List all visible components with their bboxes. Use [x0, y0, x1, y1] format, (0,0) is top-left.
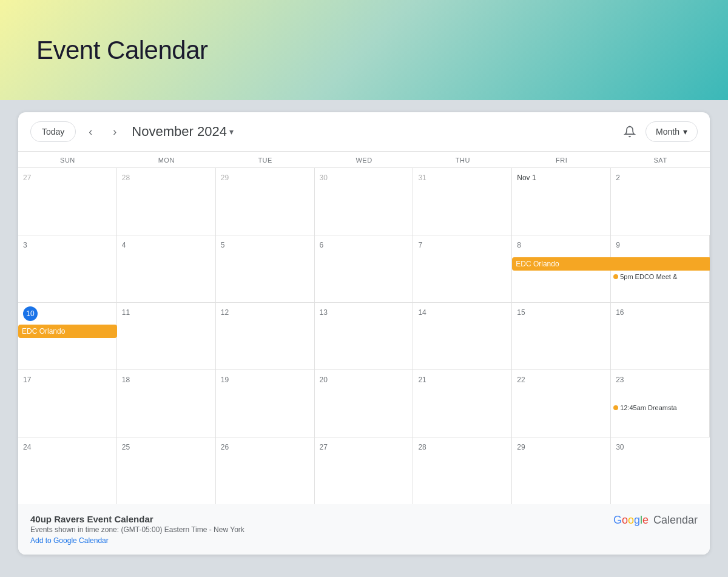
- day-16-nov[interactable]: 16: [611, 303, 710, 369]
- toolbar: Today ‹ › November 2024 ▾ Month ▾: [18, 112, 710, 152]
- day-number: 13: [320, 308, 328, 318]
- day-number: 23: [616, 375, 624, 385]
- month-view-button[interactable]: Month ▾: [645, 121, 698, 142]
- day-4-nov[interactable]: 4: [117, 235, 216, 302]
- day-3-nov[interactable]: 3: [18, 235, 117, 302]
- event-dot-dreamstate: [613, 405, 618, 410]
- day-19-nov[interactable]: 19: [216, 370, 315, 437]
- notification-button[interactable]: [619, 121, 641, 143]
- day-number: 15: [517, 308, 525, 318]
- day-22-nov[interactable]: 22: [512, 370, 611, 437]
- day-11-nov[interactable]: 11: [117, 303, 216, 369]
- day-21-nov[interactable]: 21: [413, 370, 512, 437]
- banner-title: Event Calendar: [36, 36, 208, 65]
- day-28-oct[interactable]: 28: [117, 168, 216, 235]
- day-number: Nov 1: [517, 173, 536, 183]
- day-number: 11: [122, 308, 130, 318]
- day-number: 16: [616, 308, 624, 318]
- day-number: 12: [221, 308, 229, 318]
- day-number: 26: [221, 442, 229, 453]
- day-number: 30: [320, 173, 328, 183]
- day-number: 3: [23, 240, 27, 251]
- day-number: 19: [221, 375, 229, 385]
- day-header-sun: SUN: [18, 152, 117, 167]
- dreamstate-event[interactable]: 12:45am Dreamsta: [613, 404, 707, 411]
- day-header-wed: WED: [315, 152, 414, 167]
- day-number: 5: [221, 240, 225, 251]
- banner: Event Calendar: [0, 0, 728, 100]
- chevron-down-icon: ▾: [229, 127, 234, 137]
- day-27-oct[interactable]: 27: [18, 168, 117, 235]
- day-number: 17: [23, 375, 31, 385]
- day-18-nov[interactable]: 18: [117, 370, 216, 437]
- day-header-tue: TUE: [216, 152, 315, 167]
- day-headers: SUN MON TUE WED THU FRI SAT: [18, 152, 710, 168]
- prev-button[interactable]: ‹: [81, 122, 100, 141]
- day-27-nov[interactable]: 27: [315, 437, 414, 504]
- footer-info: 40up Ravers Event Calendar Events shown …: [30, 514, 244, 545]
- week-row-5: 24 25 26 27 28 29 30: [18, 437, 710, 504]
- calendar-name: 40up Ravers Event Calendar: [30, 514, 244, 524]
- day-number: 9: [616, 240, 620, 251]
- day-30-nov[interactable]: 30: [611, 437, 710, 504]
- day-24-nov[interactable]: 24: [18, 437, 117, 504]
- day-15-nov[interactable]: 15: [512, 303, 611, 369]
- day-28-nov[interactable]: 28: [413, 437, 512, 504]
- day-31-oct[interactable]: 31: [413, 168, 512, 235]
- day-number: 25: [122, 442, 130, 453]
- day-number: 27: [23, 173, 31, 183]
- day-number: 28: [418, 442, 426, 453]
- next-button[interactable]: ›: [105, 122, 124, 141]
- day-26-nov[interactable]: 26: [216, 437, 315, 504]
- day-2-nov[interactable]: 2: [611, 168, 710, 235]
- day-30-oct[interactable]: 30: [315, 168, 414, 235]
- day-29-nov[interactable]: 29: [512, 437, 611, 504]
- week-row-2: 3 4 5 6 7 8 9 EDC Orlando: [18, 235, 710, 303]
- day-12-nov[interactable]: 12: [216, 303, 315, 369]
- day-number: 28: [122, 173, 130, 183]
- timezone-info: Events shown in time zone: (GMT-05:00) E…: [30, 525, 244, 534]
- day-20-nov[interactable]: 20: [315, 370, 414, 437]
- day-number: 27: [320, 442, 328, 453]
- day-number: 29: [221, 173, 229, 183]
- day-number: 14: [418, 308, 426, 318]
- day-23-nov[interactable]: 23: [611, 370, 710, 437]
- week-row-4: 17 18 19 20 21 22 23 12:45am D: [18, 370, 710, 437]
- day-29-oct[interactable]: 29: [216, 168, 315, 235]
- day-1-nov[interactable]: Nov 1: [512, 168, 611, 235]
- edco-meet-event[interactable]: 5pm EDCO Meet &: [613, 273, 707, 280]
- day-number: 18: [122, 375, 130, 385]
- calendar-grid: SUN MON TUE WED THU FRI SAT 27 28 29 30 …: [18, 152, 710, 504]
- week-row-1: 27 28 29 30 31 Nov 1 2: [18, 168, 710, 235]
- calendar-container: Today ‹ › November 2024 ▾ Month ▾ SUN MO…: [18, 112, 710, 555]
- day-number: 4: [122, 240, 126, 251]
- add-to-google-calendar-link[interactable]: Add to Google Calendar: [30, 536, 244, 545]
- edc-orlando-event-week2[interactable]: EDC Orlando: [512, 257, 710, 271]
- day-number: 22: [517, 375, 525, 385]
- day-17-nov[interactable]: 17: [18, 370, 117, 437]
- edc-orlando-event-week3[interactable]: EDC Orlando: [18, 325, 117, 338]
- event-dot-orange: [613, 274, 618, 279]
- day-number: 7: [418, 240, 422, 251]
- day-14-nov[interactable]: 14: [413, 303, 512, 369]
- day-7-nov[interactable]: 7: [413, 235, 512, 302]
- day-6-nov[interactable]: 6: [315, 235, 414, 302]
- day-25-nov[interactable]: 25: [117, 437, 216, 504]
- day-number: 6: [320, 240, 324, 251]
- google-logo-text: Google: [613, 514, 649, 527]
- day-header-mon: MON: [117, 152, 216, 167]
- week-row-3: 10 11 12 13 14 15 16 EDC Orlando: [18, 303, 710, 370]
- day-number: 24: [23, 442, 31, 453]
- calendar-footer: 40up Ravers Event Calendar Events shown …: [18, 504, 710, 555]
- google-calendar-logo: Google Calendar: [613, 514, 698, 527]
- day-header-fri: FRI: [512, 152, 611, 167]
- month-title[interactable]: November 2024 ▾: [132, 124, 234, 140]
- day-13-nov[interactable]: 13: [315, 303, 414, 369]
- day-number: 2: [616, 173, 620, 183]
- calendar-text: Calendar: [653, 514, 698, 527]
- day-number-today: 10: [23, 306, 38, 321]
- day-5-nov[interactable]: 5: [216, 235, 315, 302]
- day-number: 8: [517, 240, 521, 251]
- today-button[interactable]: Today: [30, 121, 76, 142]
- day-number: 21: [418, 375, 426, 385]
